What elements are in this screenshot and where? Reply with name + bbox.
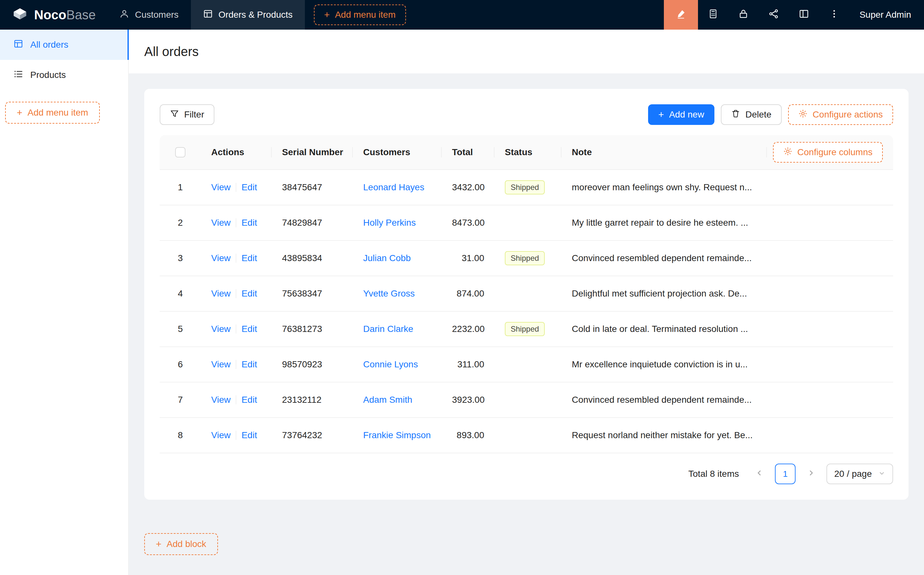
configure-columns-button[interactable]: Configure columns [773,142,883,163]
sidebar-add-menu-item-button[interactable]: + Add menu item [5,102,100,124]
action-divider [236,183,236,192]
column-header-note[interactable]: Note [562,147,767,157]
view-link[interactable]: View [211,395,230,405]
ui-editor-button[interactable] [664,0,698,30]
list-icon [14,69,23,81]
column-header-actions[interactable]: Actions [201,147,272,157]
sidebar-item-all-orders[interactable]: All orders [0,30,128,60]
ellipsis-icon [829,9,839,21]
gear-icon [799,109,807,121]
total-cell: 8473.00 [442,218,495,228]
sidebar-add-menu-item-label: Add menu item [28,108,88,118]
customer-link[interactable]: Leonard Hayes [363,182,424,192]
table-row: 5 View Edit 76381273 Darin Clarke 2232.0… [160,311,893,347]
edit-link[interactable]: Edit [241,430,257,440]
page-size-select[interactable]: 20 / page [826,464,893,484]
calculator-button[interactable] [698,0,728,30]
action-divider [236,254,236,263]
add-block-label: Add block [167,539,206,549]
customer-link[interactable]: Yvette Gross [363,289,415,299]
total-cell: 311.00 [442,359,495,370]
edit-link[interactable]: Edit [241,324,257,334]
delete-button[interactable]: Delete [721,104,782,125]
column-header-customers[interactable]: Customers [353,147,442,157]
filter-icon [170,109,179,121]
customer-link[interactable]: Darin Clarke [363,324,413,334]
column-header-total[interactable]: Total [442,147,495,157]
edit-link[interactable]: Edit [241,395,257,405]
table-row: 8 View Edit 73764232 Frankie Simpson 893… [160,418,893,453]
trash-icon [731,109,740,121]
action-divider [236,218,236,227]
view-link[interactable]: View [211,218,230,228]
nocobase-logo-icon [11,5,29,24]
customer-link[interactable]: Julian Cobb [363,253,411,263]
pagination-next-button[interactable] [801,464,821,484]
row-actions: View Edit [201,359,272,370]
configure-actions-button[interactable]: Configure actions [788,104,893,125]
total-cell: 3432.00 [442,182,495,192]
customer-link[interactable]: Holly Perkins [363,218,416,228]
action-divider [236,431,236,440]
api-button[interactable] [759,0,789,30]
table-header-row: Actions Serial Number Customers Total St… [160,135,893,170]
table-icon [203,9,213,21]
user-menu[interactable]: Super Admin [849,0,924,30]
header-add-menu-item-button[interactable]: + Add menu item [314,5,406,25]
configure-columns-label: Configure columns [797,147,873,157]
column-header-status[interactable]: Status [495,147,562,157]
nav-tab-orders-products[interactable]: Orders & Products [191,0,305,30]
add-new-button[interactable]: + Add new [648,104,715,125]
edit-link[interactable]: Edit [241,182,257,192]
table-row: 3 View Edit 43895834 Julian Cobb 31.00 S… [160,241,893,276]
nav-tab-label: Orders & Products [219,10,293,20]
chevron-right-icon [807,469,815,479]
view-link[interactable]: View [211,182,230,192]
pagination: Total 8 items 1 20 / page [160,464,893,484]
share-icon [768,9,779,21]
table-row: 2 View Edit 74829847 Holly Perkins 8473.… [160,205,893,241]
customer-link[interactable]: Connie Lyons [363,359,418,369]
pagination-page-1[interactable]: 1 [775,464,795,484]
column-header-serial-number[interactable]: Serial Number [272,147,353,157]
customer-link[interactable]: Adam Smith [363,395,413,405]
customer-link[interactable]: Frankie Simpson [363,430,431,440]
brand-logo[interactable]: NocoBase [0,0,107,30]
orders-table: Actions Serial Number Customers Total St… [160,135,893,453]
nav-tab-customers[interactable]: Customers [107,0,191,30]
more-button[interactable] [819,0,849,30]
main-content: All orders Filter + Add new [129,30,924,575]
brand-name: NocoBase [34,8,95,22]
view-link[interactable]: View [211,289,230,299]
view-link[interactable]: View [211,430,230,440]
view-link[interactable]: View [211,253,230,264]
status-badge: Shipped [505,322,545,336]
pagination-prev-button[interactable] [749,464,770,484]
configure-actions-label: Configure actions [813,110,883,120]
sidebar-item-label: All orders [30,40,68,50]
table-row: 1 View Edit 38475647 Leonard Hayes 3432.… [160,170,893,205]
table-row: 4 View Edit 75638347 Yvette Gross 874.00… [160,276,893,311]
note-cell: Convinced resembled dependent remainde..… [562,253,767,264]
lock-button[interactable] [728,0,759,30]
note-cell: moreover man feelings own shy. Request n… [562,182,767,192]
edit-link[interactable]: Edit [241,218,257,228]
header-actions: Super Admin [664,0,924,30]
serial-number-cell: 76381273 [272,324,353,334]
add-block-button[interactable]: + Add block [144,533,218,555]
edit-link[interactable]: Edit [241,289,257,299]
layout-button[interactable] [789,0,819,30]
view-link[interactable]: View [211,359,230,370]
edit-link[interactable]: Edit [241,359,257,370]
view-link[interactable]: View [211,324,230,334]
sidebar-item-products[interactable]: Products [0,60,128,90]
filter-button[interactable]: Filter [160,104,214,125]
select-all-checkbox[interactable] [175,147,186,157]
row-index: 5 [160,324,201,334]
note-cell: Mr excellence inquietude conviction is i… [562,359,767,370]
serial-number-cell: 23132112 [272,395,353,405]
row-index: 4 [160,289,201,299]
edit-link[interactable]: Edit [241,253,257,264]
status-badge: Shipped [505,251,545,265]
delete-button-label: Delete [745,110,772,120]
